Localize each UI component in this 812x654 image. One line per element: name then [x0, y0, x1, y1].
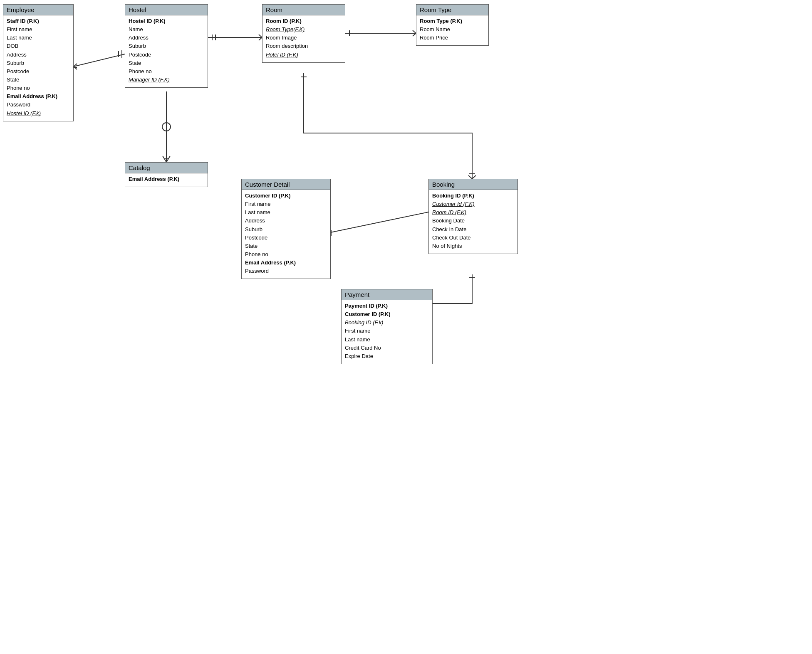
- booking-payment-line: [427, 274, 475, 306]
- field-room-description: Room description: [266, 42, 342, 50]
- field-employee-suburb: Suburb: [7, 59, 70, 67]
- field-room-id: Room ID (P.K): [266, 17, 342, 25]
- entity-roomtype: Room Type Room Type (P.K) Room Name Room…: [416, 4, 489, 46]
- entity-catalog: Catalog Email Address (P.K): [125, 162, 208, 187]
- field-hostel-address: Address: [129, 34, 204, 42]
- field-employee-phoneno: Phone no: [7, 84, 70, 92]
- entity-booking-body: Booking ID (P.K) Customer Id (F.K) Room …: [429, 190, 517, 254]
- field-booking-nights: No of Nights: [432, 242, 514, 250]
- field-hostel-name: Name: [129, 25, 204, 34]
- svg-line-16: [166, 156, 170, 162]
- hostel-catalog-line: [162, 91, 171, 162]
- entity-hostel-body: Hostel ID (P.K) Name Address Suburb Post…: [125, 15, 208, 87]
- field-employee-dob: DOB: [7, 42, 70, 50]
- entity-employee: Employee Staff ID (P.K) First name Last …: [3, 4, 74, 121]
- entity-room-body: Room ID (P.K) Room Type(F.K) Room Image …: [262, 15, 345, 62]
- field-customer-suburb: Suburb: [245, 225, 327, 234]
- field-customer-postcode: Postcode: [245, 234, 327, 242]
- hostel-room-line: [208, 35, 262, 40]
- field-customer-lastname: Last name: [245, 208, 327, 217]
- field-payment-expiry: Expire Date: [345, 352, 429, 360]
- entity-hostel: Hostel Hostel ID (P.K) Name Address Subu…: [125, 4, 208, 88]
- field-hostel-postcode: Postcode: [129, 51, 204, 59]
- field-booking-customerid: Customer Id (F.K): [432, 200, 514, 208]
- entity-customerdetail: Customer Detail Customer ID (P.K) First …: [241, 179, 331, 279]
- field-hostel-state: State: [129, 59, 204, 67]
- field-room-image: Room Image: [266, 34, 342, 42]
- field-employee-firstname: First name: [7, 25, 70, 34]
- entity-hostel-header: Hostel: [125, 5, 208, 15]
- svg-line-3: [74, 67, 77, 69]
- entity-employee-header: Employee: [3, 5, 73, 15]
- field-employee-email: Email Address (P.K): [7, 92, 70, 101]
- field-hostel-managerid: Manager ID (F.K): [129, 76, 204, 84]
- svg-line-20: [472, 175, 476, 179]
- field-employee-postcode: Postcode: [7, 67, 70, 76]
- entity-customerdetail-header: Customer Detail: [242, 179, 330, 190]
- entity-booking-header: Booking: [429, 179, 517, 190]
- entity-room: Room Room ID (P.K) Room Type(F.K) Room I…: [262, 4, 345, 63]
- field-booking-roomid: Room ID (F.K): [432, 208, 514, 217]
- field-employee-hostelid: Hostel ID (F.k): [7, 109, 70, 118]
- entity-catalog-body: Email Address (P.K): [125, 173, 208, 187]
- entity-customerdetail-body: Customer ID (P.K) First name Last name A…: [242, 190, 330, 279]
- svg-line-8: [259, 37, 262, 40]
- field-employee-lastname: Last name: [7, 34, 70, 42]
- entity-roomtype-body: Room Type (P.K) Room Name Room Price: [416, 15, 488, 45]
- entity-payment-header: Payment: [342, 289, 432, 300]
- svg-line-11: [413, 30, 416, 33]
- customer-booking-line: [329, 209, 432, 236]
- entity-roomtype-header: Room Type: [416, 5, 488, 15]
- employee-hostel-line: [74, 50, 125, 69]
- field-booking-checkout: Check Out Date: [432, 234, 514, 242]
- entity-employee-body: Staff ID (P.K) First name Last name DOB …: [3, 15, 73, 121]
- field-roomtype-name: Room Name: [420, 25, 485, 34]
- entity-payment: Payment Payment ID (P.K) Customer ID (P.…: [341, 289, 433, 364]
- field-employee-address: Address: [7, 51, 70, 59]
- entity-catalog-header: Catalog: [125, 163, 208, 173]
- room-booking-line: [301, 73, 476, 179]
- svg-line-7: [259, 35, 262, 37]
- field-payment-id: Payment ID (P.K): [345, 302, 429, 310]
- field-payment-lastname: Last name: [345, 336, 429, 344]
- field-customer-firstname: First name: [245, 200, 327, 208]
- field-roomtype-id: Room Type (P.K): [420, 17, 485, 25]
- field-roomtype-price: Room Price: [420, 34, 485, 42]
- field-booking-date: Booking Date: [432, 217, 514, 225]
- field-employee-password: Password: [7, 101, 70, 109]
- field-payment-creditcard: Credit Card No: [345, 344, 429, 352]
- svg-point-14: [162, 123, 171, 131]
- field-room-hotelid: Hotel ID (F.K): [266, 51, 342, 59]
- field-hostel-id: Hostel ID (P.K): [129, 17, 204, 25]
- field-booking-id: Booking ID (P.K): [432, 192, 514, 200]
- field-booking-checkin: Check In Date: [432, 225, 514, 234]
- field-customer-address: Address: [245, 217, 327, 225]
- field-payment-firstname: First name: [345, 327, 429, 335]
- entity-booking: Booking Booking ID (P.K) Customer Id (F.…: [428, 179, 518, 254]
- field-payment-customerid: Customer ID (P.K): [345, 310, 429, 318]
- field-customer-id: Customer ID (P.K): [245, 192, 327, 200]
- field-customer-email: Email Address (P.K): [245, 259, 327, 267]
- svg-line-2: [74, 64, 77, 67]
- field-hostel-phoneno: Phone no: [129, 67, 204, 76]
- room-roomtype-line: [345, 30, 416, 36]
- field-hostel-suburb: Suburb: [129, 42, 204, 50]
- field-room-type: Room Type(F.K): [266, 25, 342, 34]
- field-employee-state: State: [7, 76, 70, 84]
- svg-line-12: [413, 33, 416, 36]
- field-payment-bookingid: Booking ID (F.k): [345, 318, 429, 327]
- entity-room-header: Room: [262, 5, 345, 15]
- svg-line-15: [163, 156, 166, 162]
- field-customer-password: Password: [245, 267, 327, 275]
- field-catalog-email: Email Address (P.K): [129, 175, 204, 183]
- svg-line-19: [468, 175, 472, 179]
- field-customer-state: State: [245, 242, 327, 250]
- field-employee-staffid: Staff ID (P.K): [7, 17, 70, 25]
- field-customer-phoneno: Phone no: [245, 250, 327, 259]
- entity-payment-body: Payment ID (P.K) Customer ID (P.K) Booki…: [342, 300, 432, 364]
